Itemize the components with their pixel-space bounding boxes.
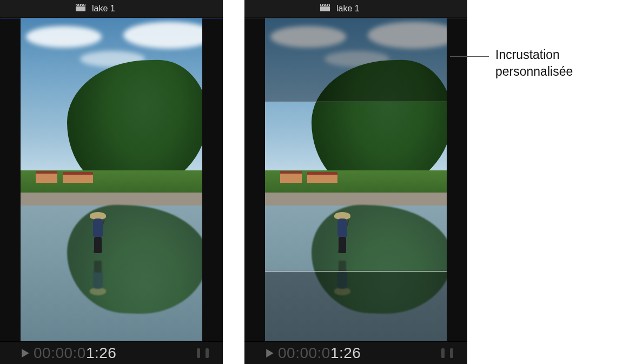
svg-rect-7 [197, 348, 200, 358]
clip-title: lake 1 [336, 4, 360, 14]
viewer-titlebar: lake 1 [244, 0, 467, 17]
clapper-icon [320, 4, 330, 14]
audio-meter-icon[interactable] [439, 347, 455, 359]
clapper-icon [76, 4, 85, 14]
callout-leader-line [450, 56, 489, 57]
svg-rect-9 [320, 6, 330, 11]
comparison-stage: lake 1 00:00:01:26 [0, 0, 636, 364]
video-canvas[interactable] [0, 18, 223, 341]
video-canvas[interactable] [244, 18, 467, 341]
clip-title: lake 1 [92, 4, 115, 14]
svg-rect-16 [441, 348, 445, 358]
transport-bar: 00:00:01:26 [0, 341, 223, 364]
viewer-right: lake 1 00:00:01:2 [244, 0, 467, 364]
video-frame [265, 18, 447, 341]
timecode-bright: 1:26 [330, 345, 361, 362]
timecode-dim: 00:00:0 [278, 345, 330, 362]
svg-marker-6 [22, 349, 29, 358]
timecode-dim: 00:00:0 [34, 345, 86, 362]
svg-rect-8 [206, 348, 209, 358]
svg-rect-17 [450, 348, 453, 358]
callout-label: Incrustation personnalisée [495, 47, 631, 80]
svg-marker-15 [266, 349, 274, 358]
audio-meter-icon[interactable] [195, 347, 211, 359]
svg-rect-0 [76, 6, 85, 11]
viewer-titlebar: lake 1 [0, 0, 223, 17]
play-icon[interactable] [21, 348, 30, 358]
timecode-bright: 1:26 [86, 345, 117, 362]
video-frame [21, 18, 202, 341]
viewer-left: lake 1 00:00:01:26 [0, 0, 223, 364]
play-icon[interactable] [265, 348, 275, 358]
transport-bar: 00:00:01:26 [244, 341, 467, 364]
